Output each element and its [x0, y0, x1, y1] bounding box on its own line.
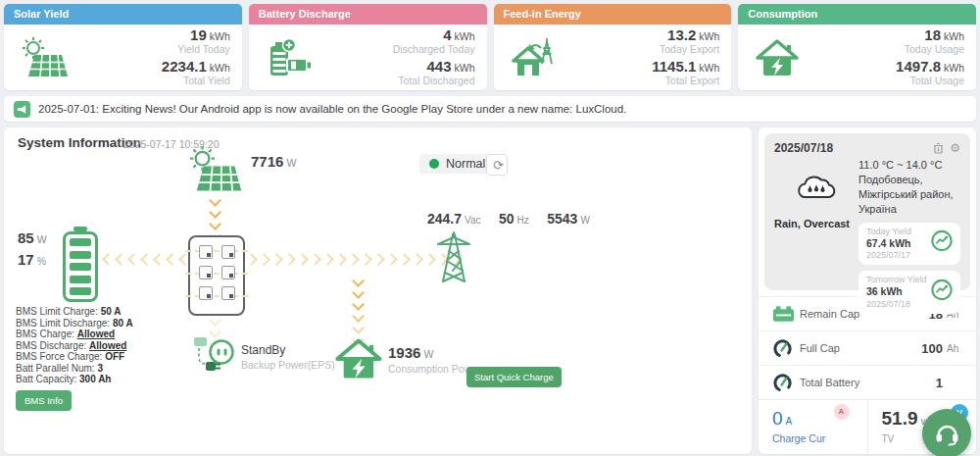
solar-yield-header: Solar Yield: [4, 4, 242, 25]
today-yield-card: Today Yield 67.4 kWh 2025/07/17: [858, 223, 960, 266]
total-battery-row: Total Battery 1: [759, 365, 976, 399]
battery-stack-icon: [259, 36, 319, 79]
gauge-icon: [772, 338, 800, 359]
support-headset-button[interactable]: [922, 409, 971, 456]
summary-card-solar-yield: Solar Yield 19kWh: [4, 4, 242, 90]
full-cap-value: 100: [921, 341, 943, 356]
bms-info-block: BMS Limit Charge: 50 A BMS Limit Dischar…: [16, 306, 133, 385]
total-usage-label: Total Usage: [808, 76, 964, 87]
yield-today-value: 19kWh: [74, 26, 230, 44]
chart-icon[interactable]: [931, 230, 953, 257]
consumption-house-icon: [335, 335, 384, 386]
total-battery-value: 1: [936, 376, 943, 390]
rain-cloud-icon: [794, 171, 839, 204]
weather-date: 2025/07/18: [774, 141, 833, 155]
weather-battery-panel: 2025/07/18 ⚙: [759, 127, 976, 454]
status-badge: Normal: [419, 154, 495, 174]
house-bolt-icon: [748, 36, 808, 79]
flow-to-consumption: [353, 277, 364, 344]
grid-tower-icon: [437, 231, 470, 288]
full-cap-row: Full Cap 100 Ah: [759, 330, 976, 365]
charge-current-cell: A 0A Charge Cur: [759, 400, 868, 454]
announcement-bar[interactable]: 2025-07-01: Exciting News! Our Android a…: [4, 96, 976, 122]
consumption-title: Consumption: [748, 8, 817, 20]
summary-card-battery-discharge: Battery Discharge: [249, 4, 487, 90]
tomorrow-yield-card: Tomorrow Yield 36 kWh 2025/07/18: [858, 271, 960, 314]
battery-icon: [63, 231, 98, 302]
feed-in-energy-title: Feed-in Energy: [504, 8, 581, 20]
grid-measurements: 244.7Vac 50Hz 5543W: [427, 210, 590, 228]
refresh-button[interactable]: ⟳: [486, 154, 508, 176]
charge-current-label: Charge Cur: [772, 432, 867, 444]
total-export-label: Total Export: [564, 76, 720, 87]
house-pylon-icon: [504, 36, 564, 79]
summary-card-consumption: Consumption 18kWh Today Usage 1497.8kWh …: [738, 4, 976, 90]
discharged-today-value: 4kWh: [319, 26, 475, 44]
discharged-today-label: Discharged Today: [319, 44, 475, 56]
start-quick-charge-button[interactable]: Start Quick Charge: [466, 367, 562, 387]
total-export-value: 1145.1kWh: [564, 58, 720, 76]
today-usage-label: Today Usage: [808, 44, 964, 56]
pv-power-value: 7716W: [251, 153, 296, 171]
gauge-icon: [772, 373, 800, 393]
full-cap-label: Full Cap: [800, 342, 921, 354]
system-information-panel: System Information 2025-07-17 10:59:20 7…: [4, 127, 752, 454]
total-battery-label: Total Battery: [800, 377, 936, 388]
gear-icon[interactable]: ⚙: [950, 142, 960, 154]
feed-in-energy-header: Feed-in Energy: [494, 4, 732, 25]
total-discharged-label: Total Discharged: [319, 76, 475, 87]
battery-discharge-header: Battery Discharge: [249, 4, 487, 25]
total-discharged-value: 443kWh: [319, 58, 475, 76]
battery-discharge-title: Battery Discharge: [259, 8, 351, 20]
summary-card-feed-in-energy: Feed-in Energy: [494, 4, 732, 90]
status-label: Normal: [446, 157, 485, 171]
flow-inverter-to-battery: [104, 255, 189, 264]
today-export-value: 13.2kWh: [564, 26, 720, 44]
announcement-text: 2025-07-01: Exciting News! Our Android a…: [38, 103, 626, 115]
weather-condition: Rain, Overcast: [774, 218, 858, 229]
today-usage-value: 18kWh: [808, 26, 964, 44]
flow-pv-to-inverter: [210, 196, 220, 240]
dashboard: Solar Yield 19kWh: [0, 0, 980, 456]
total-yield-label: Total Yield: [74, 76, 230, 87]
weather-box: 2025/07/18 ⚙: [764, 133, 970, 290]
total-yield-value: 2234.1kWh: [74, 58, 230, 76]
eps-plug-icon: [192, 335, 239, 382]
solar-yield-title: Solar Yield: [14, 8, 69, 20]
bms-info-button[interactable]: BMS Info: [16, 390, 72, 411]
eps-label: Backup Power(EPS): [241, 359, 335, 373]
flow-inverter-to-grid: [247, 255, 460, 264]
today-export-label: Today Export: [564, 44, 720, 56]
chart-icon[interactable]: [931, 279, 953, 305]
total-usage-value: 1497.8kWh: [808, 58, 964, 76]
headset-icon: [934, 422, 960, 446]
battery-power-soc: 85W 17%: [18, 228, 47, 272]
eps-status-block: StandBy Backup Power(EPS): [241, 343, 335, 372]
summary-cards-row: Solar Yield 19kWh: [4, 4, 976, 90]
full-cap-unit: Ah: [947, 343, 962, 354]
eps-status: StandBy: [241, 343, 335, 359]
solar-panel-icon: [14, 36, 74, 79]
status-dot-icon: [429, 159, 439, 169]
trash-icon[interactable]: [933, 142, 944, 154]
inverter-icon: [188, 235, 245, 316]
pv-array-icon: [186, 145, 243, 198]
yield-today-label: Yield Today: [74, 44, 230, 56]
consumption-power-value: 1936W: [388, 343, 481, 363]
weather-location: Подобовець, Міжгірський район, Україна: [858, 173, 960, 217]
temperature-range: 11.0 °C ~ 14.0 °C: [858, 159, 960, 171]
megaphone-icon: [14, 101, 30, 118]
amps-badge: A: [834, 404, 850, 420]
consumption-header: Consumption: [738, 4, 976, 25]
